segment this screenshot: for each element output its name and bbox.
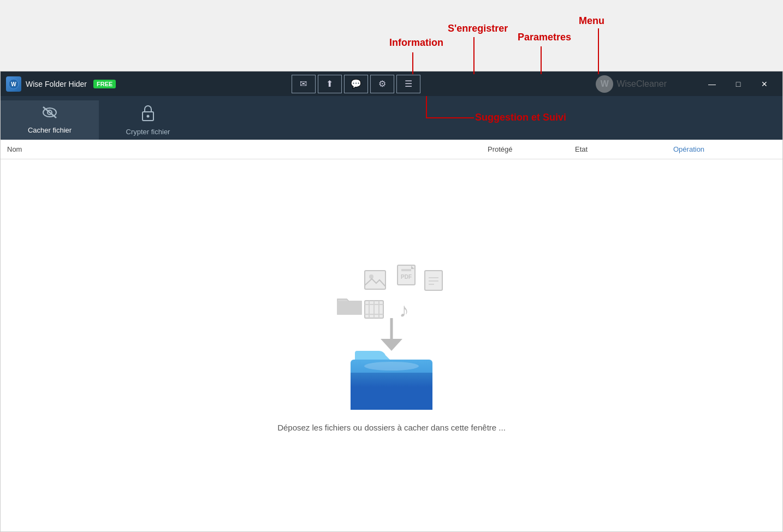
svg-text:W: W xyxy=(11,81,16,87)
drop-illustration: PDF ♪ xyxy=(315,259,468,412)
menu-button[interactable]: ☰ xyxy=(396,75,420,93)
parametres-annotation-label: Parametres xyxy=(518,32,571,43)
svg-text:PDF: PDF xyxy=(401,274,412,280)
hide-icon xyxy=(41,105,58,123)
parametres-button[interactable]: ⚙ xyxy=(370,75,394,93)
folder-file-icon xyxy=(337,295,362,320)
title-bar: W Wise Folder Hider FREE ✉ ⬆ 💬 ⚙ xyxy=(1,71,782,96)
menu-annotation-label: Menu xyxy=(579,15,604,27)
svg-rect-7 xyxy=(365,271,385,289)
senregistrer-annotation-label: S'enregistrer xyxy=(448,23,508,34)
menu-annotation-line xyxy=(598,28,599,74)
app-window: W Wise Folder Hider FREE ✉ ⬆ 💬 ⚙ xyxy=(0,71,783,532)
tab-bar: Cacher fichier Crypter fichier xyxy=(1,96,782,140)
app-icon: W xyxy=(6,76,21,92)
main-folder xyxy=(351,350,432,412)
app-title: Wise Folder Hider xyxy=(26,80,87,88)
toolbar-buttons: ✉ ⬆ 💬 ⚙ ☰ xyxy=(292,75,420,93)
senregistrer-button[interactable]: ⬆ xyxy=(318,75,342,93)
image-file-icon xyxy=(364,270,386,295)
pdf-file-icon: PDF xyxy=(397,265,416,290)
tab-cacher-fichier[interactable]: Cacher fichier xyxy=(1,100,99,140)
close-button[interactable]: ✕ xyxy=(752,76,777,92)
drop-text: Déposez les fichiers ou dossiers à cache… xyxy=(277,423,506,432)
wisecleaner-text: WiseCleaner xyxy=(616,79,667,89)
col-protege: Protégé xyxy=(488,145,575,153)
svg-text:♪: ♪ xyxy=(399,299,409,319)
gear-icon: ⚙ xyxy=(378,79,386,89)
tab-cacher-label: Cacher fichier xyxy=(28,126,72,134)
email-icon: ✉ xyxy=(300,79,307,89)
drop-arrow xyxy=(381,318,402,353)
upload-icon: ⬆ xyxy=(326,79,333,89)
maximize-button[interactable]: □ xyxy=(726,76,751,92)
wisecleaner-icon: W xyxy=(596,75,613,93)
menu-icon: ☰ xyxy=(405,79,412,89)
information-annotation-label: Information xyxy=(389,37,443,49)
col-nom: Nom xyxy=(1,145,488,153)
svg-point-6 xyxy=(147,115,150,118)
parametres-annotation-line xyxy=(541,46,542,74)
col-etat: Etat xyxy=(575,145,673,153)
information-button[interactable]: ✉ xyxy=(292,75,316,93)
svg-marker-23 xyxy=(381,339,402,351)
lock-icon xyxy=(141,104,155,124)
tab-crypter-fichier[interactable]: Crypter fichier xyxy=(99,100,197,140)
drop-zone[interactable]: PDF ♪ xyxy=(1,159,782,531)
svg-point-8 xyxy=(369,274,373,279)
doc-file-icon xyxy=(424,270,443,295)
chat-icon: 💬 xyxy=(351,79,361,89)
senregistrer-annotation-line xyxy=(473,37,474,74)
wisecleaner-logo: W WiseCleaner xyxy=(596,75,667,93)
content-area: Nom Protégé Etat Opération xyxy=(1,140,782,531)
free-badge: FREE xyxy=(93,80,116,88)
title-bar-left: W Wise Folder Hider FREE xyxy=(6,76,116,92)
table-header: Nom Protégé Etat Opération xyxy=(1,140,782,159)
minimize-button[interactable]: — xyxy=(699,76,725,92)
svg-rect-25 xyxy=(351,373,432,410)
suggestion-button[interactable]: 💬 xyxy=(344,75,368,93)
window-controls: — □ ✕ xyxy=(699,76,777,92)
col-operation: Opération xyxy=(673,145,782,153)
svg-point-26 xyxy=(364,362,419,370)
tab-crypter-label: Crypter fichier xyxy=(126,128,170,136)
